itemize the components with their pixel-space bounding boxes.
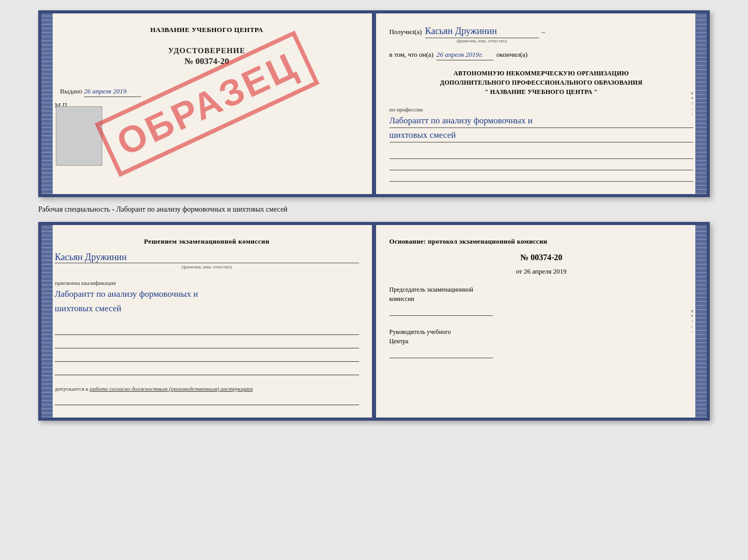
right-line-1 [389, 150, 694, 159]
cert-title-header: НАЗВАНИЕ УЧЕБНОГО ЦЕНТРА [150, 26, 263, 34]
org-line2: ДОПОЛНИТЕЛЬНОГО ПРОФЕССИОНАЛЬНОГО ОБРАЗО… [389, 78, 694, 87]
udostoverenie-block: УДОСТОВЕРЕНИЕ № 00374-20 [168, 46, 246, 67]
komissia-name: Касьян Дружинин [55, 252, 359, 263]
rukovoditel-line2: Центра [389, 337, 694, 346]
name-wrapper: Касьян Дружинин (фамилия, имя, отчество) [425, 26, 539, 43]
fio-hint: (фамилия, имя, отчество) [425, 38, 539, 43]
binding-strip-left-bottom [41, 225, 53, 417]
vtom-date: 26 апреля 2019г. [437, 51, 493, 60]
bottom-line-1 [55, 325, 359, 335]
vydano-date: 26 апреля 2019 [84, 87, 141, 97]
right-line-2 [389, 161, 694, 170]
org-line3: " НАЗВАНИЕ УЧЕБНОГО ЦЕНТРА " [389, 87, 694, 97]
dash-symbol: – [542, 28, 546, 36]
bottom-line-3 [55, 351, 359, 362]
predsedatel-line1: Председатель экзаменационной [389, 285, 694, 294]
po-professii-block: по профессии Лаборантт по анализу формов… [389, 106, 694, 142]
bottom-cert-left-page: Решением экзаменационной комиссии Касьян… [41, 225, 375, 417]
binding-strip-left [41, 13, 53, 194]
qualification-line2: шихтовых смесей [55, 301, 359, 315]
binding-strip-right-bottom [695, 225, 707, 417]
osnovanie-title: Основание: протокол экзаменационной коми… [389, 237, 694, 246]
udostoverenie-label: УДОСТОВЕРЕНИЕ [168, 46, 246, 55]
dopuskaetsya-label: допускается к [55, 386, 88, 392]
bottom-lines [55, 325, 359, 375]
poluchil-row: Получил(а) Касьян Дружинин (фамилия, имя… [389, 26, 694, 43]
prisvoena-label: присвоена квалификация [55, 280, 116, 286]
top-cert-right-page: Получил(а) Касьян Дружинин (фамилия, имя… [375, 13, 707, 194]
ot-date-value: 26 апреля 2019 [524, 267, 567, 275]
right-side-lines [389, 150, 694, 182]
right-line-3 [389, 172, 694, 182]
top-cert-book: НАЗВАНИЕ УЧЕБНОГО ЦЕНТРА УДОСТОВЕРЕНИЕ №… [38, 10, 710, 197]
poluchil-label: Получил(а) [389, 28, 422, 36]
predsedatel-line2: комиссии [389, 294, 694, 303]
dopuskaetsya-block: допускается к работе согласно должностны… [55, 386, 359, 405]
recipient-name: Касьян Дружинин [425, 26, 539, 38]
vydano-block: Выдано 26 апреля 2019 [60, 87, 141, 97]
vydano-label: Выдано [60, 87, 82, 95]
rukovoditel-line1: Руководитель учебного [389, 327, 694, 337]
rukovoditel-signature-line [389, 348, 493, 358]
predsedatel-signature-line [389, 306, 493, 316]
dopuskaetsya-value: работе согласно должностным (производств… [90, 386, 253, 392]
org-line1: АВТОНОМНУЮ НЕКОММЕРЧЕСКУЮ ОРГАНИЗАЦИЮ [389, 69, 694, 78]
binding-strip-right [695, 13, 707, 194]
vtom-row: в том, что он(а) 26 апреля 2019г. окончи… [389, 51, 694, 60]
bottom-line-4 [55, 365, 359, 375]
specialty-label: Рабочая специальность - Лаборант по анал… [38, 202, 288, 217]
org-block: АВТОНОМНУЮ НЕКОММЕРЧЕСКУЮ ОРГАНИЗАЦИЮ ДО… [389, 69, 694, 97]
protocol-number: № 00374-20 [389, 253, 694, 262]
bottom-fio-hint: (фамилия, имя, отчество) [55, 264, 359, 269]
document-container: НАЗВАНИЕ УЧЕБНОГО ЦЕНТРА УДОСТОВЕРЕНИЕ №… [38, 10, 710, 421]
udostoverenie-number: № 00374-20 [184, 56, 229, 67]
bottom-line-2 [55, 338, 359, 348]
photo-placeholder [56, 106, 102, 166]
vtom-label: в том, что он(а) [389, 51, 434, 59]
qualification-line1: Лаборантт по анализу формовочных и [55, 287, 359, 301]
ot-date-block: от 26 апреля 2019 [389, 267, 694, 276]
top-cert-left-page: НАЗВАНИЕ УЧЕБНОГО ЦЕНТРА УДОСТОВЕРЕНИЕ №… [41, 13, 375, 194]
rukovoditel-block: Руководитель учебного Центра [389, 327, 694, 358]
po-professii-label: по профессии [389, 106, 423, 113]
bottom-cert-book: Решением экзаменационной комиссии Касьян… [38, 222, 710, 420]
dopuskaetsya-line [55, 395, 359, 405]
resheniem-title: Решением экзаменационной комиссии [55, 237, 359, 246]
okonchil-label: окончил(а) [496, 51, 527, 59]
komissia-name-row: Касьян Дружинин (фамилия, имя, отчество) [55, 252, 359, 269]
prisvoena-block: присвоена квалификация Лаборантт по анал… [55, 278, 359, 315]
bottom-cert-right-page: Основание: протокол экзаменационной коми… [375, 225, 707, 417]
predsedatel-block: Председатель экзаменационной комиссии [389, 285, 694, 316]
ot-label: от [516, 267, 522, 275]
profession-line2: шихтовых смесей [389, 128, 694, 142]
profession-line1: Лаборантт по анализу формовочных и [389, 114, 694, 128]
